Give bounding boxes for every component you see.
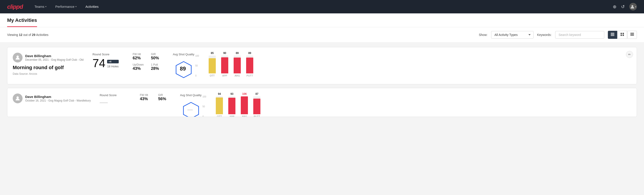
- stat-fw-hit: FW Hit 62%: [132, 53, 146, 60]
- stat-gir: GIR 56%: [158, 94, 171, 101]
- round-score-value: 74: [92, 57, 105, 69]
- show-label: Show:: [479, 33, 488, 36]
- activity-card: Dave Billingham October 16, 2021 - Gog M…: [7, 88, 637, 117]
- stat-fw-hit: FW Hit 43%: [140, 94, 153, 101]
- user-date: October 16, 2021 - Gog Magog Golf Club -…: [25, 99, 91, 102]
- svg-rect-3: [611, 34, 614, 35]
- stat-label: GIR: [151, 53, 164, 56]
- add-icon[interactable]: ⊕: [613, 4, 616, 9]
- list-dense-view-button[interactable]: [608, 31, 617, 39]
- svg-point-14: [16, 96, 19, 98]
- shot-quality-chart: 100 50 0 94 OTT 93: [207, 96, 631, 117]
- search-input[interactable]: [555, 31, 604, 38]
- round-score-value: —: [100, 98, 108, 106]
- shot-quality-section: Avg Shot Quality — 100 50 0: [180, 94, 631, 117]
- keywords-label: Keywords:: [537, 33, 552, 36]
- card-info: Dave Billingham October 16, 2021 - Gog M…: [13, 94, 91, 106]
- stat-updown: Up/Down 43%: [132, 63, 146, 71]
- round-score-label: Round Score: [100, 94, 131, 97]
- user-avatar[interactable]: ▾: [629, 3, 637, 10]
- svg-rect-6: [622, 33, 624, 34]
- round-score-section: Round Score 74 +4 18 Holes: [92, 53, 124, 69]
- user-row: Dave Billingham October 16, 2021 - Gog M…: [13, 94, 91, 103]
- performance-chevron-icon: ▾: [76, 5, 76, 8]
- shot-quality-score: 89: [180, 66, 186, 72]
- bar-ott: 85 OTT: [209, 52, 216, 77]
- score-holes: 18 Holes: [107, 65, 118, 68]
- view-toggle: [608, 31, 637, 39]
- teams-chevron-icon: ▾: [45, 5, 46, 8]
- svg-rect-2: [611, 34, 614, 34]
- round-score-section: Round Score —: [100, 94, 131, 106]
- activity-title: Morning round of golf: [13, 65, 84, 70]
- bar-app: 93 APP: [228, 92, 236, 117]
- stat-label: Up/Down: [132, 63, 146, 66]
- svg-rect-7: [620, 34, 622, 36]
- svg-rect-1: [611, 33, 614, 33]
- round-score-label: Round Score: [92, 53, 124, 56]
- bar-arg: 106 ARG: [241, 92, 248, 117]
- viewing-text: Viewing 12 out of 29 Activities: [7, 33, 48, 36]
- page-header: My Activities: [0, 14, 644, 27]
- bar-arg: 89 ARG: [234, 52, 241, 77]
- shot-quality-label: Avg Shot Quality: [173, 53, 194, 56]
- refresh-icon[interactable]: ↺: [621, 4, 625, 9]
- user-name: Dave Billingham: [25, 54, 84, 58]
- shot-quality-chart: 100 50 0 85 OTT: [200, 55, 631, 77]
- shot-quality-hexagon: —: [180, 100, 200, 117]
- user-date: December 05, 2021 - Gog Magog Golf Club …: [25, 58, 84, 61]
- stat-value: 56%: [158, 96, 171, 101]
- nav-item-activities[interactable]: Activities: [84, 0, 100, 14]
- stats-section: FW Hit 43% GIR 56%: [140, 94, 171, 101]
- bar-ott: 94 OTT: [216, 92, 223, 117]
- nav-actions: ⊕ ↺ ▾: [613, 3, 637, 10]
- activities-list: ✏ Dave Billingham December 05, 2021 - Go…: [0, 42, 644, 125]
- svg-rect-8: [622, 34, 624, 36]
- svg-rect-11: [630, 35, 634, 36]
- shot-quality-label: Avg Shot Quality: [180, 94, 202, 97]
- user-name: Dave Billingham: [25, 95, 91, 98]
- stat-value: 43%: [140, 96, 153, 101]
- shot-quality-section: Avg Shot Quality 89 100 50: [173, 53, 631, 79]
- list-view-button[interactable]: [628, 31, 637, 39]
- logo[interactable]: clippd: [7, 3, 23, 10]
- stat-label: FW Hit: [132, 53, 146, 56]
- stats-section: FW Hit 62% GIR 50% Up/Down 43% 1 Putt 28…: [132, 53, 164, 71]
- avatar: [13, 53, 22, 62]
- bar-putt: 89 PUTT: [246, 52, 253, 77]
- bar-app: 90 APP: [221, 52, 228, 77]
- activity-type-filter[interactable]: All Activity Types: [491, 31, 534, 38]
- stat-label: FW Hit: [140, 94, 153, 96]
- user-row: Dave Billingham December 05, 2021 - Gog …: [13, 53, 84, 62]
- navbar: clippd Teams ▾ Performance ▾ Activities …: [0, 0, 644, 14]
- card-info: Dave Billingham December 05, 2021 - Gog …: [13, 53, 84, 76]
- stat-gir: GIR 50%: [151, 53, 164, 60]
- stat-value: 50%: [151, 56, 164, 60]
- svg-point-12: [16, 56, 19, 58]
- nav-item-performance[interactable]: Performance ▾: [54, 0, 78, 14]
- nav-item-teams[interactable]: Teams ▾: [34, 0, 47, 14]
- avatar-chevron-icon: ▾: [635, 6, 636, 8]
- activity-card: ✏ Dave Billingham December 05, 2021 - Go…: [7, 47, 637, 84]
- avatar: [13, 94, 22, 103]
- svg-rect-4: [611, 36, 614, 36]
- data-source: Data Source: Arccos: [13, 72, 84, 76]
- bar-putt: 87 PUTT: [253, 92, 260, 117]
- grid-view-button[interactable]: [618, 31, 627, 39]
- stat-label: GIR: [158, 94, 171, 96]
- shot-quality-hexagon: 89: [173, 59, 193, 79]
- svg-point-0: [632, 5, 633, 7]
- toolbar: Viewing 12 out of 29 Activities Show: Al…: [0, 27, 644, 42]
- score-badge: +4: [107, 60, 118, 63]
- page-title: My Activities: [7, 14, 37, 27]
- svg-rect-9: [630, 33, 634, 34]
- svg-rect-10: [630, 34, 634, 34]
- stat-1putt: 1 Putt 28%: [151, 63, 164, 71]
- svg-rect-5: [620, 33, 622, 34]
- stat-value: 28%: [151, 66, 164, 71]
- shot-quality-score: —: [188, 106, 193, 113]
- stat-value: 62%: [132, 56, 146, 60]
- stat-value: 43%: [132, 66, 146, 71]
- stat-label: 1 Putt: [151, 63, 164, 66]
